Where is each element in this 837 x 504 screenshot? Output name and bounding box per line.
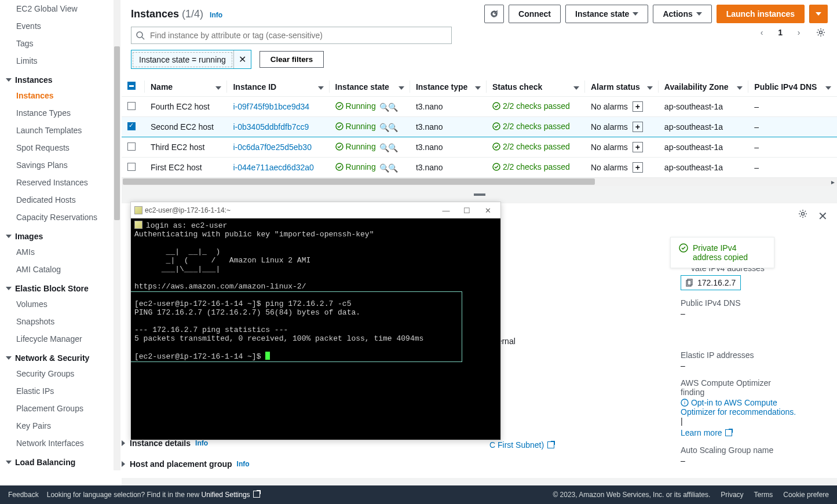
- column-header[interactable]: Alarm status: [585, 77, 659, 97]
- sidebar-item[interactable]: Network Interfaces: [0, 434, 120, 452]
- terminal-body[interactable]: login as: ec2-user Authenticating with p…: [131, 218, 500, 440]
- column-header[interactable]: Status check: [487, 77, 585, 97]
- sidebar-section-header[interactable]: Network & Security: [0, 348, 120, 365]
- sidebar-section-header[interactable]: Load Balancing: [0, 452, 120, 469]
- add-alarm-button[interactable]: +: [633, 162, 643, 173]
- sidebar-item[interactable]: Launch Templates: [0, 122, 120, 139]
- learn-more-link[interactable]: Learn more: [681, 428, 732, 437]
- table-settings-button[interactable]: [813, 24, 829, 41]
- row-checkbox[interactable]: [127, 102, 136, 110]
- cell-name: Fourth EC2 host: [145, 97, 227, 117]
- search-icon: [136, 31, 145, 40]
- sidebar-section-header[interactable]: Elastic Block Store: [0, 278, 120, 295]
- sidebar-item[interactable]: AMIs: [0, 243, 120, 261]
- sidebar-item[interactable]: Instances: [0, 87, 120, 104]
- sidebar-item[interactable]: Placement Groups: [0, 400, 120, 417]
- putty-terminal-window[interactable]: ec2-user@ip-172-16-1-14:~ — ☐ ✕ login as…: [130, 202, 501, 440]
- filter-chip-text[interactable]: Instance state = running: [133, 52, 232, 67]
- sidebar-item[interactable]: Lifecycle Manager: [0, 330, 120, 348]
- sidebar-section-header[interactable]: Instances: [0, 70, 120, 87]
- terminal-titlebar[interactable]: ec2-user@ip-172-16-1-14:~ — ☐ ✕: [131, 202, 500, 218]
- add-alarm-button[interactable]: +: [633, 142, 643, 152]
- state-filter-icons[interactable]: 🔍🔍: [379, 163, 397, 173]
- panel-resize-bar[interactable]: [122, 186, 837, 203]
- elastic-ip-value: –: [681, 361, 796, 370]
- cell-instance-id[interactable]: i-0b3405ddbfdfb7cc9: [233, 122, 309, 132]
- sidebar-item[interactable]: Tags: [0, 35, 120, 52]
- detail-close-button[interactable]: ✕: [818, 209, 828, 223]
- sidebar-item[interactable]: Reserved Instances: [0, 174, 120, 191]
- privacy-link[interactable]: Privacy: [721, 491, 743, 499]
- table-row[interactable]: Fourth EC2 hosti-09f745f9b1bce9d34 Runni…: [122, 97, 837, 117]
- window-minimize-button[interactable]: —: [436, 206, 456, 215]
- column-header[interactable]: Instance type: [410, 77, 487, 97]
- sidebar-item[interactable]: Snapshots: [0, 313, 120, 330]
- launch-instances-button[interactable]: Launch instances: [717, 5, 805, 23]
- launch-instances-split[interactable]: [809, 5, 828, 23]
- title-info-link[interactable]: Info: [210, 11, 222, 19]
- search-input[interactable]: [131, 27, 452, 44]
- sidebar-item[interactable]: Events: [0, 17, 120, 35]
- window-close-button[interactable]: ✕: [477, 206, 498, 215]
- table-row[interactable]: First EC2 hosti-044e711aecd6d32a0 Runnin…: [122, 158, 837, 178]
- cookie-link[interactable]: Cookie prefere: [783, 491, 829, 499]
- pager-next[interactable]: ›: [792, 25, 806, 39]
- refresh-button[interactable]: [484, 5, 504, 23]
- asg-value: –: [681, 456, 796, 465]
- terms-link[interactable]: Terms: [754, 491, 773, 499]
- column-header[interactable]: Public IPv4 DNS: [748, 77, 837, 97]
- select-all-checkbox[interactable]: [127, 82, 136, 90]
- unified-settings-link[interactable]: Unified Settings: [202, 491, 260, 499]
- add-alarm-button[interactable]: +: [633, 122, 643, 132]
- column-header[interactable]: Name: [145, 77, 227, 97]
- row-checkbox[interactable]: [127, 163, 136, 171]
- sidebar-item[interactable]: Capacity Reservations: [0, 209, 120, 226]
- state-filter-icons[interactable]: 🔍🔍: [379, 123, 397, 132]
- sidebar-item[interactable]: Savings Plans: [0, 156, 120, 174]
- cell-instance-id[interactable]: i-09f745f9b1bce9d34: [233, 102, 309, 111]
- sidebar-item[interactable]: EC2 Global View: [0, 0, 120, 17]
- sidebar-item[interactable]: Load Balancers: [0, 469, 120, 470]
- add-alarm-button[interactable]: +: [633, 101, 643, 112]
- pager-prev[interactable]: ‹: [755, 25, 769, 39]
- row-checkbox[interactable]: [127, 122, 136, 130]
- sidebar-item[interactable]: Key Pairs: [0, 417, 120, 434]
- window-maximize-button[interactable]: ☐: [456, 206, 477, 215]
- state-filter-icons[interactable]: 🔍🔍: [379, 103, 397, 112]
- sidebar-scrollbar[interactable]: [114, 0, 120, 470]
- info-icon: i: [681, 399, 689, 407]
- instance-state-dropdown[interactable]: Instance state: [565, 5, 648, 23]
- cell-az: ap-southeast-1a: [659, 117, 748, 137]
- sidebar-item[interactable]: Security Groups: [0, 365, 120, 382]
- cell-instance-id[interactable]: i-044e711aecd6d32a0: [233, 163, 313, 172]
- cell-state: Running: [335, 101, 376, 111]
- state-filter-icons[interactable]: 🔍🔍: [379, 143, 397, 152]
- sidebar-item[interactable]: Spot Requests: [0, 139, 120, 156]
- table-row[interactable]: Third EC2 hosti-0c6da7f0e25d5eb30 Runnin…: [122, 137, 837, 158]
- actions-dropdown[interactable]: Actions: [653, 5, 711, 23]
- sidebar-item[interactable]: AMI Catalog: [0, 261, 120, 278]
- cell-instance-id[interactable]: i-0c6da7f0e25d5eb30: [233, 143, 311, 152]
- column-header[interactable]: Instance ID: [227, 77, 329, 97]
- sidebar-item[interactable]: Instance Types: [0, 104, 120, 122]
- feedback-link[interactable]: Feedback: [8, 491, 39, 499]
- clear-filters-button[interactable]: Clear filters: [259, 51, 324, 68]
- detail-settings-button[interactable]: [798, 209, 807, 223]
- private-ip-value: 172.16.2.7: [697, 278, 736, 287]
- row-checkbox[interactable]: [127, 143, 136, 151]
- sidebar-item[interactable]: Limits: [0, 52, 120, 70]
- connect-button[interactable]: Connect: [509, 5, 561, 23]
- compute-optimizer-link[interactable]: Opt-in to AWS Compute Optimizer for reco…: [681, 398, 796, 417]
- column-header[interactable]: Instance state: [330, 77, 410, 97]
- filter-chip-remove[interactable]: ✕: [233, 50, 251, 68]
- section-host-placement[interactable]: Host and placement group Info: [122, 454, 250, 474]
- table-row[interactable]: Second EC2 hosti-0b3405ddbfdfb7cc9 Runni…: [122, 117, 837, 137]
- sidebar-section-header[interactable]: Images: [0, 226, 120, 243]
- sidebar-item[interactable]: Volumes: [0, 295, 120, 313]
- cell-alarm: No alarms: [591, 102, 628, 111]
- private-ip-copy[interactable]: 172.16.2.7: [681, 275, 741, 290]
- sidebar-item[interactable]: Dedicated Hosts: [0, 191, 120, 209]
- table-horizontal-scrollbar[interactable]: ◄ ►: [122, 178, 837, 186]
- column-header[interactable]: Availability Zone: [659, 77, 748, 97]
- sidebar-item[interactable]: Elastic IPs: [0, 382, 120, 400]
